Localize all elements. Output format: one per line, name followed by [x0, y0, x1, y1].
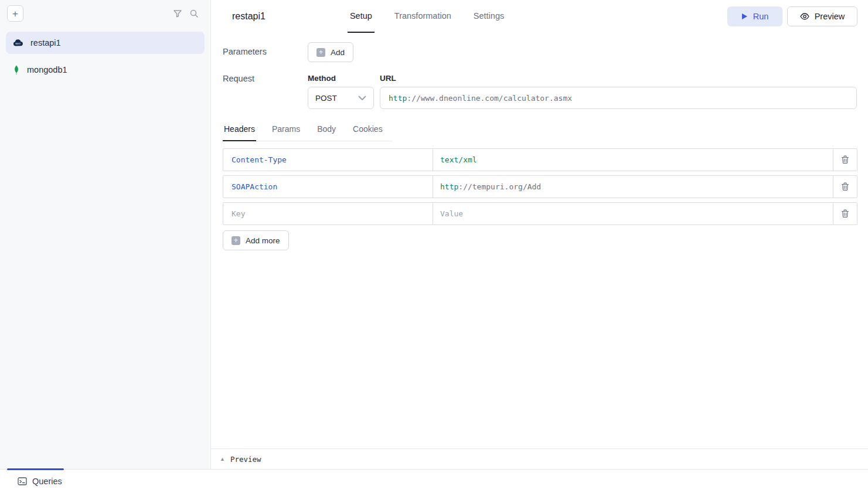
url-input[interactable]: http://www.dneonline.com/calculator.asmx: [380, 87, 857, 109]
sidebar-item-label: restapi1: [30, 38, 61, 47]
request-config-tabs: Headers Params Body Cookies: [223, 124, 392, 141]
trash-icon: [841, 182, 849, 191]
add-parameter-label: Add: [331, 48, 345, 57]
editor-header: restapi1 Setup Transformation Settings R…: [211, 0, 868, 33]
sidebar-item-mongodb1[interactable]: mongodb1: [6, 59, 205, 81]
header-key-input-0[interactable]: Content-Type: [223, 148, 433, 171]
plus-icon: +: [316, 48, 325, 57]
header-value-input-2[interactable]: [433, 202, 833, 225]
app-window: + REST restapi1 mongodb1: [0, 0, 868, 493]
url-label: URL: [380, 74, 857, 83]
svg-text:REST: REST: [15, 43, 21, 45]
tab-settings[interactable]: Settings: [471, 0, 506, 33]
tab-setup[interactable]: Setup: [348, 0, 375, 33]
caret-up-icon: ▲: [220, 456, 225, 462]
header-value-rest: ://tempuri.org/Add: [458, 182, 541, 191]
delete-header-button-1[interactable]: [833, 175, 857, 198]
sidebar-item-label: mongodb1: [27, 65, 67, 74]
delete-header-button-2[interactable]: [833, 202, 857, 225]
queries-tab-label: Queries: [32, 477, 62, 486]
header-key-input-1[interactable]: SOAPAction: [223, 175, 433, 198]
header-value-text: text/xml: [440, 155, 477, 164]
filter-icon[interactable]: [169, 5, 186, 22]
run-button-label: Run: [753, 12, 769, 21]
page-title: restapi1: [232, 11, 265, 22]
tab-body[interactable]: Body: [316, 124, 337, 141]
add-more-button[interactable]: + Add more: [223, 230, 289, 250]
method-label: Method: [308, 74, 374, 83]
table-row: SOAPAction http://tempuri.org/Add: [223, 175, 857, 198]
parameters-label: Parameters: [223, 42, 308, 62]
trash-icon: [841, 155, 849, 164]
setup-panel: Parameters + Add Request Method POST: [211, 33, 868, 448]
table-row: [223, 202, 857, 225]
preview-button-label: Preview: [815, 12, 845, 21]
header-key-text: SOAPAction: [232, 182, 277, 191]
method-select[interactable]: POST: [308, 87, 374, 109]
tab-transformation[interactable]: Transformation: [392, 0, 454, 33]
value-input[interactable]: [440, 203, 826, 225]
active-tab-indicator: [7, 468, 64, 470]
queries-icon: [18, 477, 27, 485]
header-value-text: http: [440, 182, 458, 191]
eye-icon: [800, 13, 809, 20]
sidebar-item-restapi1[interactable]: REST restapi1: [6, 32, 205, 54]
response-preview-label: Preview: [230, 455, 261, 464]
chevron-down-icon: [358, 96, 366, 101]
plus-icon: +: [232, 236, 240, 245]
url-scheme: http: [389, 94, 407, 103]
header-value-input-1[interactable]: http://tempuri.org/Add: [433, 175, 833, 198]
sidebar-toolbar: +: [0, 0, 210, 27]
new-query-button[interactable]: +: [7, 5, 23, 22]
request-row: Request Method POST URL http://www.dneon…: [223, 74, 857, 109]
tab-params[interactable]: Params: [271, 124, 301, 141]
method-value: POST: [315, 94, 337, 103]
delete-header-button-0[interactable]: [833, 148, 857, 171]
editor-bottom-bar: Queries: [0, 469, 868, 493]
tab-headers[interactable]: Headers: [223, 124, 256, 141]
trash-icon: [841, 209, 849, 218]
mongodb-icon: [13, 65, 20, 75]
query-editor: restapi1 Setup Transformation Settings R…: [211, 0, 868, 469]
url-field: URL http://www.dneonline.com/calculator.…: [380, 74, 857, 109]
headers-table: Content-Type text/xml SOAPAction: [223, 148, 857, 225]
key-input[interactable]: [232, 203, 424, 225]
header-key-input-2[interactable]: [223, 202, 433, 225]
preview-button[interactable]: Preview: [787, 6, 857, 26]
add-more-label: Add more: [246, 236, 280, 245]
editor-tabs: Setup Transformation Settings: [348, 0, 506, 33]
run-button[interactable]: Run: [727, 6, 782, 26]
url-rest: ://www.dneonline.com/calculator.asmx: [407, 94, 572, 103]
query-list: REST restapi1 mongodb1: [0, 27, 210, 86]
add-parameter-button[interactable]: + Add: [308, 42, 353, 62]
play-icon: [741, 13, 748, 20]
search-icon[interactable]: [186, 5, 202, 22]
method-field: Method POST: [308, 74, 374, 109]
table-row: Content-Type text/xml: [223, 148, 857, 171]
response-preview-toggle[interactable]: ▲ Preview: [211, 448, 868, 469]
tab-queries[interactable]: Queries: [18, 477, 62, 486]
rest-api-icon: REST: [13, 39, 23, 47]
tab-cookies[interactable]: Cookies: [352, 124, 384, 141]
header-actions: Run Preview: [727, 6, 857, 26]
request-label: Request: [223, 74, 308, 109]
queries-sidebar: + REST restapi1 mongodb1: [0, 0, 211, 469]
parameters-row: Parameters + Add: [223, 42, 857, 62]
header-key-text: Content-Type: [232, 155, 287, 164]
header-value-input-0[interactable]: text/xml: [433, 148, 833, 171]
